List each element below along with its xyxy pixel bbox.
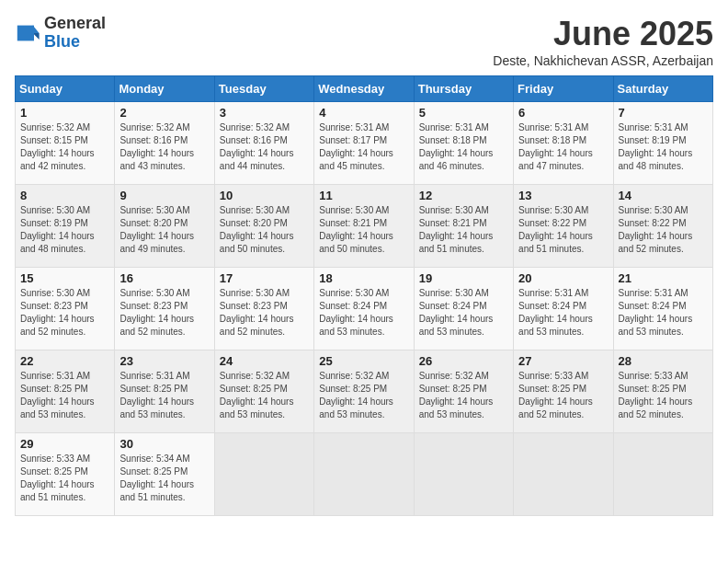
day-detail: Sunrise: 5:33 AMSunset: 8:25 PMDaylight:… xyxy=(619,370,708,421)
day-number: 4 xyxy=(319,106,408,120)
week-row-5: 29Sunrise: 5:33 AMSunset: 8:25 PMDayligh… xyxy=(16,433,713,516)
calendar-cell xyxy=(314,433,414,516)
day-number: 10 xyxy=(220,189,309,202)
weekday-header-saturday: Saturday xyxy=(613,76,712,102)
calendar-cell: 15Sunrise: 5:30 AMSunset: 8:23 PMDayligh… xyxy=(16,268,115,350)
day-number: 29 xyxy=(20,437,109,451)
day-number: 6 xyxy=(518,106,608,120)
calendar-cell: 8Sunrise: 5:30 AMSunset: 8:19 PMDaylight… xyxy=(16,185,115,268)
day-number: 7 xyxy=(619,106,708,120)
title-block: June 2025 Deste, Nakhichevan ASSR, Azerb… xyxy=(493,15,713,68)
week-row-1: 1Sunrise: 5:32 AMSunset: 8:15 PMDaylight… xyxy=(16,102,713,185)
day-number: 30 xyxy=(119,437,209,451)
day-detail: Sunrise: 5:30 AMSunset: 8:24 PMDaylight:… xyxy=(319,287,408,339)
calendar-cell: 22Sunrise: 5:31 AMSunset: 8:25 PMDayligh… xyxy=(16,350,115,433)
calendar-cell: 27Sunrise: 5:33 AMSunset: 8:25 PMDayligh… xyxy=(514,350,613,433)
calendar-cell: 16Sunrise: 5:30 AMSunset: 8:23 PMDayligh… xyxy=(115,268,214,350)
calendar-cell: 20Sunrise: 5:31 AMSunset: 8:24 PMDayligh… xyxy=(514,268,613,350)
calendar-cell: 11Sunrise: 5:30 AMSunset: 8:21 PMDayligh… xyxy=(314,185,414,268)
day-detail: Sunrise: 5:30 AMSunset: 8:20 PMDaylight:… xyxy=(119,204,209,256)
day-number: 13 xyxy=(518,189,608,202)
weekday-header-friday: Friday xyxy=(514,76,613,102)
calendar-cell: 3Sunrise: 5:32 AMSunset: 8:16 PMDaylight… xyxy=(214,102,313,185)
day-detail: Sunrise: 5:33 AMSunset: 8:25 PMDaylight:… xyxy=(518,370,608,421)
day-number: 3 xyxy=(220,106,309,120)
calendar-cell: 7Sunrise: 5:31 AMSunset: 8:19 PMDaylight… xyxy=(613,102,712,185)
day-detail: Sunrise: 5:30 AMSunset: 8:24 PMDaylight:… xyxy=(419,287,508,339)
calendar-cell: 30Sunrise: 5:34 AMSunset: 8:25 PMDayligh… xyxy=(115,433,214,516)
month-title: June 2025 xyxy=(493,15,713,53)
day-detail: Sunrise: 5:33 AMSunset: 8:25 PMDaylight:… xyxy=(20,453,109,504)
day-detail: Sunrise: 5:32 AMSunset: 8:25 PMDaylight:… xyxy=(419,370,508,421)
weekday-header-wednesday: Wednesday xyxy=(314,76,414,102)
weekday-header-monday: Monday xyxy=(115,76,214,102)
location: Deste, Nakhichevan ASSR, Azerbaijan xyxy=(493,53,713,68)
svg-rect-2 xyxy=(17,25,34,40)
calendar-cell: 18Sunrise: 5:30 AMSunset: 8:24 PMDayligh… xyxy=(314,268,414,350)
calendar-cell: 28Sunrise: 5:33 AMSunset: 8:25 PMDayligh… xyxy=(613,350,712,433)
day-detail: Sunrise: 5:32 AMSunset: 8:25 PMDaylight:… xyxy=(220,370,309,421)
day-number: 27 xyxy=(518,354,608,368)
day-detail: Sunrise: 5:31 AMSunset: 8:18 PMDaylight:… xyxy=(518,121,608,173)
day-number: 23 xyxy=(119,354,209,368)
day-number: 1 xyxy=(20,106,109,120)
day-number: 24 xyxy=(220,354,309,368)
calendar-cell: 24Sunrise: 5:32 AMSunset: 8:25 PMDayligh… xyxy=(214,350,313,433)
day-detail: Sunrise: 5:30 AMSunset: 8:19 PMDaylight:… xyxy=(20,204,109,256)
day-number: 8 xyxy=(20,189,109,202)
day-detail: Sunrise: 5:30 AMSunset: 8:20 PMDaylight:… xyxy=(220,204,309,256)
day-number: 22 xyxy=(20,354,109,368)
day-detail: Sunrise: 5:30 AMSunset: 8:22 PMDaylight:… xyxy=(518,204,608,256)
calendar-table: SundayMondayTuesdayWednesdayThursdayFrid… xyxy=(15,75,713,516)
day-detail: Sunrise: 5:31 AMSunset: 8:25 PMDaylight:… xyxy=(119,370,209,421)
calendar-cell xyxy=(214,433,313,516)
weekday-header-thursday: Thursday xyxy=(414,76,513,102)
day-detail: Sunrise: 5:31 AMSunset: 8:25 PMDaylight:… xyxy=(20,370,109,421)
logo-text: General Blue xyxy=(44,15,106,52)
calendar-cell xyxy=(613,433,712,516)
calendar-cell: 12Sunrise: 5:30 AMSunset: 8:21 PMDayligh… xyxy=(414,185,513,268)
day-number: 9 xyxy=(119,189,209,202)
day-number: 28 xyxy=(619,354,708,368)
calendar-cell: 25Sunrise: 5:32 AMSunset: 8:25 PMDayligh… xyxy=(314,350,414,433)
page-header: General Blue June 2025 Deste, Nakhicheva… xyxy=(15,15,713,68)
calendar-cell: 26Sunrise: 5:32 AMSunset: 8:25 PMDayligh… xyxy=(414,350,513,433)
day-detail: Sunrise: 5:30 AMSunset: 8:21 PMDaylight:… xyxy=(319,204,408,256)
calendar-cell: 1Sunrise: 5:32 AMSunset: 8:15 PMDaylight… xyxy=(16,102,115,185)
day-number: 17 xyxy=(220,271,309,285)
day-number: 16 xyxy=(119,271,209,285)
day-number: 25 xyxy=(319,354,408,368)
day-number: 5 xyxy=(419,106,508,120)
day-number: 18 xyxy=(319,271,408,285)
calendar-cell xyxy=(514,433,613,516)
week-row-4: 22Sunrise: 5:31 AMSunset: 8:25 PMDayligh… xyxy=(16,350,713,433)
calendar-cell: 13Sunrise: 5:30 AMSunset: 8:22 PMDayligh… xyxy=(514,185,613,268)
day-detail: Sunrise: 5:32 AMSunset: 8:25 PMDaylight:… xyxy=(319,370,408,421)
week-row-2: 8Sunrise: 5:30 AMSunset: 8:19 PMDaylight… xyxy=(16,185,713,268)
calendar-cell: 17Sunrise: 5:30 AMSunset: 8:23 PMDayligh… xyxy=(214,268,313,350)
weekday-header-tuesday: Tuesday xyxy=(214,76,313,102)
day-detail: Sunrise: 5:31 AMSunset: 8:18 PMDaylight:… xyxy=(419,121,508,173)
calendar-cell xyxy=(414,433,513,516)
day-detail: Sunrise: 5:31 AMSunset: 8:17 PMDaylight:… xyxy=(319,121,408,173)
logo-icon xyxy=(15,20,40,46)
day-number: 11 xyxy=(319,189,408,202)
day-number: 15 xyxy=(20,271,109,285)
day-detail: Sunrise: 5:30 AMSunset: 8:21 PMDaylight:… xyxy=(419,204,508,256)
day-number: 19 xyxy=(419,271,508,285)
day-detail: Sunrise: 5:32 AMSunset: 8:15 PMDaylight:… xyxy=(20,121,109,173)
logo-general: General xyxy=(44,14,106,32)
day-number: 21 xyxy=(619,271,708,285)
weekday-header-row: SundayMondayTuesdayWednesdayThursdayFrid… xyxy=(16,76,713,102)
day-detail: Sunrise: 5:31 AMSunset: 8:24 PMDaylight:… xyxy=(619,287,708,339)
calendar-cell: 19Sunrise: 5:30 AMSunset: 8:24 PMDayligh… xyxy=(414,268,513,350)
day-detail: Sunrise: 5:30 AMSunset: 8:22 PMDaylight:… xyxy=(619,204,708,256)
calendar-cell: 2Sunrise: 5:32 AMSunset: 8:16 PMDaylight… xyxy=(115,102,214,185)
logo: General Blue xyxy=(15,15,106,52)
logo-blue: Blue xyxy=(44,32,80,51)
weekday-header-sunday: Sunday xyxy=(16,76,115,102)
day-number: 2 xyxy=(119,106,209,120)
calendar-cell: 23Sunrise: 5:31 AMSunset: 8:25 PMDayligh… xyxy=(115,350,214,433)
day-detail: Sunrise: 5:30 AMSunset: 8:23 PMDaylight:… xyxy=(119,287,209,339)
day-detail: Sunrise: 5:32 AMSunset: 8:16 PMDaylight:… xyxy=(220,121,309,173)
